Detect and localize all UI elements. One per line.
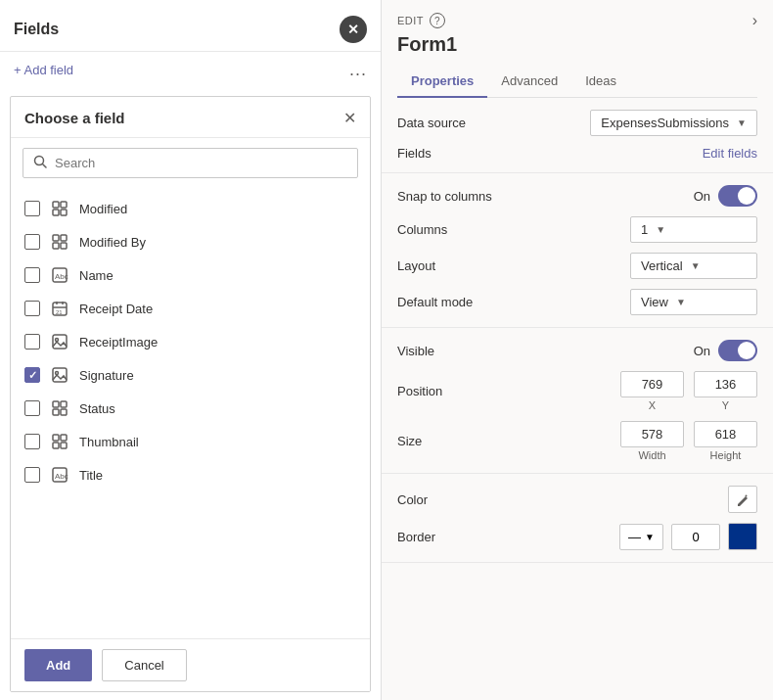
layout-row: Layout Vertical ▼	[397, 253, 757, 279]
field-checkbox[interactable]	[24, 301, 40, 316]
field-checkbox[interactable]	[24, 267, 40, 283]
width-input[interactable]	[620, 421, 684, 447]
position-y-input[interactable]	[694, 371, 757, 397]
field-checkbox[interactable]	[24, 334, 40, 350]
property-section-color: Color Border — ▼	[382, 474, 773, 563]
columns-dropdown[interactable]: 1 ▼	[630, 216, 757, 243]
choose-field-close-button[interactable]: ✕	[343, 109, 356, 127]
color-picker-button[interactable]	[728, 486, 757, 513]
svg-point-31	[746, 495, 748, 497]
layout-arrow-icon: ▼	[691, 260, 701, 271]
field-label: Modified By	[79, 235, 146, 250]
help-icon[interactable]: ?	[430, 13, 445, 28]
property-section-position: Visible On Position X Y	[382, 328, 773, 474]
field-list: ModifiedModified ByAbcName21Receipt Date…	[11, 188, 370, 638]
defaultmode-arrow-icon: ▼	[676, 297, 686, 307]
choose-field-title: Choose a field	[24, 110, 125, 126]
field-label: Modified	[79, 202, 127, 216]
svg-line-1	[43, 164, 47, 168]
tab-properties[interactable]: Properties	[397, 66, 487, 98]
visible-toggle-switch: On	[694, 340, 757, 361]
snap-toggle[interactable]	[718, 185, 757, 207]
visible-toggle[interactable]	[718, 340, 757, 361]
size-inputs: Width Height	[620, 421, 757, 461]
field-label: Receipt Date	[79, 302, 153, 316]
nav-arrow-icon[interactable]: ›	[752, 12, 757, 29]
border-row: Border — ▼	[397, 523, 757, 550]
svg-rect-9	[61, 243, 67, 249]
border-controls: — ▼	[619, 523, 757, 550]
add-button[interactable]: Add	[24, 649, 92, 681]
columns-arrow-icon: ▼	[656, 224, 665, 235]
datasource-arrow-icon: ▼	[737, 117, 747, 128]
field-list-item[interactable]: Modified	[11, 192, 370, 225]
defaultmode-dropdown[interactable]: View ▼	[630, 289, 757, 315]
field-label: Status	[79, 401, 115, 416]
field-list-item[interactable]: Thumbnail	[11, 425, 370, 458]
datasource-value: ExpensesSubmissions	[601, 116, 729, 130]
add-field-label: + Add field	[14, 63, 73, 77]
defaultmode-row: Default mode View ▼	[397, 289, 757, 315]
tab-advanced[interactable]: Advanced	[487, 66, 571, 98]
visible-toggle-label: On	[694, 344, 710, 358]
field-list-item[interactable]: Status	[11, 392, 370, 425]
color-row: Color	[397, 486, 757, 513]
border-style-value: —	[628, 530, 641, 544]
field-checkbox[interactable]	[24, 434, 40, 449]
position-y-group: Y	[694, 371, 757, 411]
svg-rect-7	[61, 235, 67, 241]
border-style-dropdown[interactable]: — ▼	[619, 524, 663, 550]
field-checkbox[interactable]	[24, 400, 40, 416]
field-checkbox[interactable]	[24, 367, 40, 383]
field-checkbox[interactable]	[24, 467, 40, 483]
border-color-box[interactable]	[728, 523, 757, 550]
svg-text:21: 21	[56, 309, 63, 315]
datasource-dropdown[interactable]: ExpensesSubmissions ▼	[590, 110, 757, 136]
svg-rect-4	[53, 210, 59, 215]
edit-fields-link[interactable]: Edit fields	[703, 146, 757, 161]
svg-text:Abc: Abc	[55, 472, 68, 481]
svg-rect-28	[61, 443, 67, 448]
field-list-item[interactable]: AbcTitle	[11, 458, 370, 491]
layout-dropdown[interactable]: Vertical ▼	[630, 253, 757, 279]
tab-ideas[interactable]: Ideas	[571, 66, 630, 98]
field-list-item[interactable]: Signature	[11, 358, 370, 392]
position-row: Position X Y	[397, 371, 757, 411]
choose-field-modal: Choose a field ✕ ModifiedModified ByAbcN…	[10, 96, 371, 692]
field-label: Thumbnail	[79, 435, 139, 449]
choose-field-header: Choose a field ✕	[11, 97, 370, 138]
close-button[interactable]: ✕	[340, 16, 367, 43]
size-label: Size	[397, 434, 485, 448]
field-checkbox[interactable]	[24, 201, 40, 216]
edit-label: EDIT ?	[397, 13, 445, 28]
height-group: Height	[694, 421, 757, 461]
svg-rect-22	[61, 401, 67, 407]
columns-row: Columns 1 ▼	[397, 216, 757, 243]
more-options-button[interactable]: ...	[349, 60, 367, 80]
abc-icon: Abc	[50, 465, 69, 485]
field-list-item[interactable]: Modified By	[11, 225, 370, 258]
position-x-input[interactable]	[620, 371, 684, 397]
svg-rect-5	[61, 210, 67, 215]
add-field-row[interactable]: + Add field ...	[0, 52, 381, 88]
x-label: X	[620, 399, 684, 411]
size-row: Size Width Height	[397, 421, 757, 461]
cancel-button[interactable]: Cancel	[102, 649, 186, 681]
position-x-group: X	[620, 371, 684, 411]
svg-rect-21	[53, 401, 59, 407]
field-checkbox[interactable]	[24, 234, 40, 250]
svg-rect-27	[53, 443, 59, 448]
border-thickness-input[interactable]	[671, 524, 720, 550]
field-list-item[interactable]: 21Receipt Date	[11, 292, 370, 325]
defaultmode-value: View	[641, 295, 668, 309]
snap-toggle-switch: On	[694, 185, 757, 207]
search-input[interactable]	[55, 156, 347, 170]
field-list-item[interactable]: AbcName	[11, 258, 370, 292]
height-input[interactable]	[694, 421, 757, 447]
fields-row: Fields Edit fields	[397, 146, 757, 161]
y-label: Y	[694, 399, 757, 411]
field-list-item[interactable]: ReceiptImage	[11, 325, 370, 358]
field-label: Signature	[79, 368, 134, 383]
visible-row: Visible On	[397, 340, 757, 361]
svg-rect-3	[61, 202, 67, 208]
